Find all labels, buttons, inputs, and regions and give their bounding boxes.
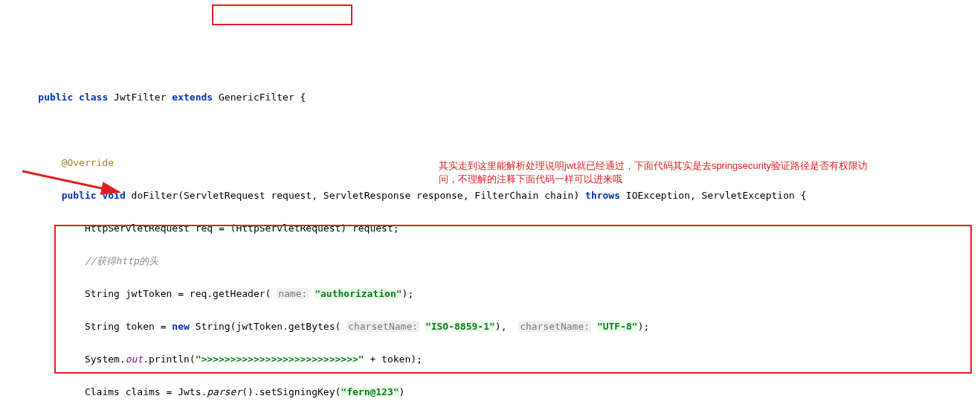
annotation-box-extends xyxy=(212,4,352,25)
code-line: Claims claims = Jwts.parser().setSigning… xyxy=(15,384,965,400)
annotation-text: 其实走到这里能解析处理说明jwt就已经通过，下面代码其实是去springsecu… xyxy=(439,159,870,186)
code-line: //获得http的头 xyxy=(15,253,965,269)
code-line xyxy=(15,122,965,138)
code-line: String jwtToken = req.getHeader( name: "… xyxy=(15,286,965,302)
code-block: public class JwtFilter extends GenericFi… xyxy=(15,73,965,419)
code-line: public class JwtFilter extends GenericFi… xyxy=(15,89,965,106)
code-line: String token = new String(jwtToken.getBy… xyxy=(15,319,965,335)
code-line: public void doFilter(ServletRequest requ… xyxy=(15,188,965,204)
code-line: System.out.println(">>>>>>>>>>>>>>>>>>>>… xyxy=(15,351,965,368)
code-line: HttpServletRequest req = (HttpServletReq… xyxy=(15,220,965,237)
